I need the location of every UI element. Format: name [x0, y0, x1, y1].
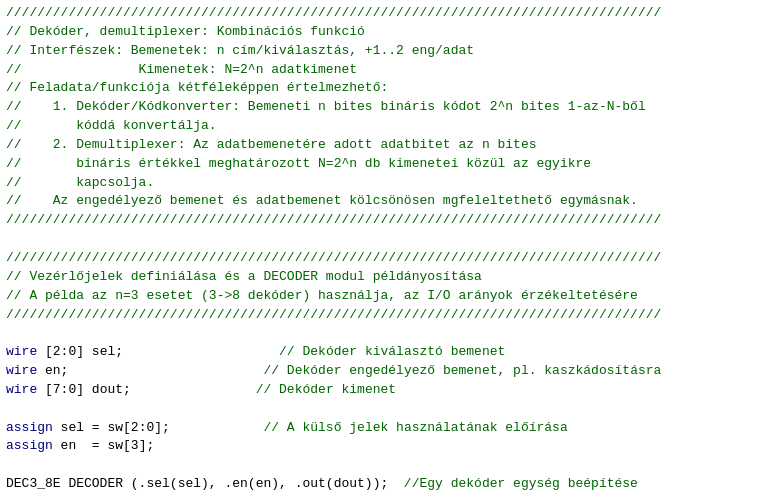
code-line: // kapcsolja.	[6, 174, 767, 193]
code-line: wire [2:0] sel; // Dekóder kiválasztó be…	[6, 343, 767, 362]
keyword: wire	[6, 382, 37, 397]
code-line: // kóddá konvertálja.	[6, 117, 767, 136]
inline-comment: // Dekóder kiválasztó bemenet	[123, 344, 505, 359]
code-line: ////////////////////////////////////////…	[6, 306, 767, 325]
empty-line	[6, 230, 767, 249]
code-line: assign en = sw[3];	[6, 437, 767, 456]
inline-comment: // A külső jelek használatának előírása	[170, 420, 568, 435]
code-text: [7:0] dout;	[37, 382, 131, 397]
code-text: en;	[37, 363, 68, 378]
code-line: // 1. Dekóder/Kódkonverter: Bemeneti n b…	[6, 98, 767, 117]
code-line: wire [7:0] dout; // Dekóder kimenet	[6, 381, 767, 400]
empty-line	[6, 456, 767, 475]
empty-line	[6, 400, 767, 419]
code-line: ////////////////////////////////////////…	[6, 211, 767, 230]
code-line: // bináris értékkel meghatározott N=2^n …	[6, 155, 767, 174]
code-line: ////////////////////////////////////////…	[6, 4, 767, 23]
code-content: ////////////////////////////////////////…	[6, 4, 767, 504]
code-line: // Az engedélyező bemenet és adatbemenet…	[6, 192, 767, 211]
code-line: // A példa az n=3 esetet (3->8 dekóder) …	[6, 287, 767, 306]
code-text: [2:0] sel;	[37, 344, 123, 359]
inline-comment: //Egy dekóder egység beépítése	[388, 476, 638, 491]
code-line: // Interfészek: Bemenetek: n cím/kiválas…	[6, 42, 767, 61]
empty-line	[6, 494, 767, 504]
inline-comment: // Dekóder engedélyező bemenet, pl. kasz…	[68, 363, 661, 378]
keyword: assign	[6, 420, 53, 435]
code-text: DEC3_8E DECODER (.sel(sel), .en(en), .ou…	[6, 476, 388, 491]
code-text: en = sw[3];	[53, 438, 154, 453]
code-line: // Dekóder, demultiplexer: Kombinációs f…	[6, 23, 767, 42]
code-line: // Feladata/funkciója kétféleképpen érte…	[6, 79, 767, 98]
empty-line	[6, 324, 767, 343]
code-line: wire en; // Dekóder engedélyező bemenet,…	[6, 362, 767, 381]
code-line: assign sel = sw[2:0]; // A külső jelek h…	[6, 419, 767, 438]
code-text: sel = sw[2:0];	[53, 420, 170, 435]
keyword: assign	[6, 438, 53, 453]
code-line: // 2. Demultiplexer: Az adatbemenetére a…	[6, 136, 767, 155]
code-line: // Vezérlőjelek definiálása és a DECODER…	[6, 268, 767, 287]
code-line: DEC3_8E DECODER (.sel(sel), .en(en), .ou…	[6, 475, 767, 494]
keyword: wire	[6, 363, 37, 378]
code-line: // Kimenetek: N=2^n adatkimenet	[6, 61, 767, 80]
code-editor: ////////////////////////////////////////…	[0, 0, 773, 504]
code-line: ////////////////////////////////////////…	[6, 249, 767, 268]
keyword: wire	[6, 344, 37, 359]
inline-comment: // Dekóder kimenet	[131, 382, 396, 397]
